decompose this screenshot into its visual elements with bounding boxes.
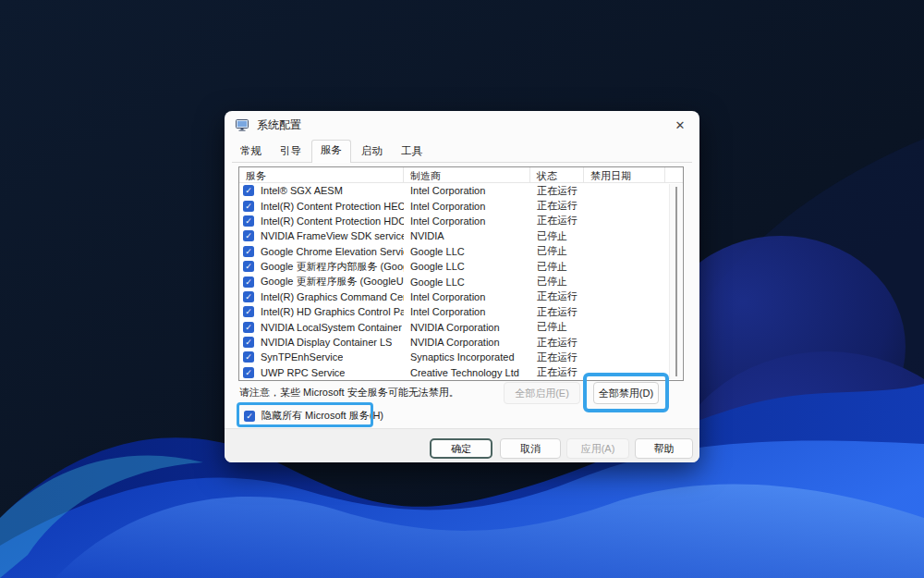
service-status: 已停止 — [530, 244, 584, 258]
service-name: Intel(R) Graphics Command Cent... — [261, 291, 404, 302]
tab-服务[interactable]: 服务 — [311, 140, 351, 163]
window-title: 系统配置 — [257, 117, 301, 133]
service-manufacturer: Google LLC — [404, 261, 530, 272]
service-status: 已停止 — [530, 275, 584, 289]
service-status: 正在运行 — [530, 350, 584, 364]
service-manufacturer: Intel Corporation — [404, 185, 530, 196]
service-row[interactable]: ✓NVIDIA FrameView SDK serviceNVIDIA已停止 — [239, 228, 683, 243]
service-checkbox[interactable]: ✓ — [243, 367, 254, 378]
service-checkbox[interactable]: ✓ — [243, 351, 254, 363]
dialog-footer: 确定 取消 应用(A) 帮助 — [225, 428, 699, 462]
service-name: Intel(R) Content Protection HDCP... — [261, 215, 404, 227]
service-name: NVIDIA FrameView SDK service — [261, 230, 404, 241]
close-icon[interactable]: ✕ — [666, 113, 694, 137]
tab-strip: 常规引导服务启动工具 — [232, 141, 692, 163]
service-name: Google 更新程序服务 (GoogleUp... — [261, 275, 404, 289]
service-status: 已停止 — [530, 260, 584, 274]
service-checkbox[interactable]: ✓ — [243, 185, 254, 196]
service-manufacturer: Intel Corporation — [404, 215, 530, 227]
service-status: 正在运行 — [530, 214, 584, 228]
service-row[interactable]: ✓SynTPEnhServiceSynaptics Incorporated正在… — [239, 350, 683, 364]
cancel-button[interactable]: 取消 — [500, 438, 561, 459]
service-row[interactable]: ✓Intel(R) Content Protection HECI ...Int… — [239, 198, 683, 213]
service-name: SynTPEnhService — [261, 351, 343, 363]
vertical-scrollbar[interactable] — [669, 184, 682, 379]
service-checkbox[interactable]: ✓ — [243, 201, 254, 212]
disable-all-button[interactable]: 全部禁用(D) — [593, 382, 659, 404]
service-row[interactable]: ✓Intel® SGX AESMIntel Corporation正在运行 — [239, 183, 683, 198]
service-manufacturer: Creative Technology Ltd — [404, 367, 530, 378]
service-status: 正在运行 — [530, 305, 584, 319]
hide-microsoft-services-checkbox[interactable]: ✓ 隐藏所有 Microsoft 服务(H) — [244, 409, 383, 423]
service-manufacturer: NVIDIA Corporation — [404, 337, 530, 348]
column-header[interactable]: 状态 — [530, 167, 584, 183]
ok-button[interactable]: 确定 — [430, 438, 492, 459]
service-manufacturer: NVIDIA — [404, 230, 530, 241]
apply-button: 应用(A) — [566, 438, 629, 459]
service-row[interactable]: ✓Google 更新程序服务 (GoogleUp...Google LLC已停止 — [239, 274, 683, 289]
service-manufacturer: Google LLC — [404, 277, 530, 288]
service-manufacturer: Synaptics Incorporated — [404, 351, 530, 363]
service-name: NVIDIA LocalSystem Container — [261, 322, 402, 333]
service-name: Google Chrome Elevation Servic... — [261, 246, 404, 257]
service-checkbox[interactable]: ✓ — [243, 337, 254, 348]
checkbox-check-icon: ✓ — [244, 411, 255, 422]
column-header[interactable]: 服务 — [239, 167, 404, 183]
service-manufacturer: Intel Corporation — [404, 306, 530, 317]
desktop: 系统配置 ✕ 常规引导服务启动工具 服务制造商状态禁用日期 ✓Intel® SG… — [0, 0, 924, 578]
service-list: 服务制造商状态禁用日期 ✓Intel® SGX AESMIntel Corpor… — [238, 166, 684, 381]
service-checkbox[interactable]: ✓ — [243, 277, 254, 288]
column-header[interactable]: 禁用日期 — [584, 167, 665, 183]
service-checkbox[interactable]: ✓ — [243, 306, 254, 317]
service-manufacturer: NVIDIA Corporation — [404, 322, 530, 333]
service-row[interactable]: ✓Google Chrome Elevation Servic...Google… — [239, 244, 683, 259]
tab-工具[interactable]: 工具 — [393, 141, 431, 162]
help-button[interactable]: 帮助 — [635, 438, 693, 459]
service-manufacturer: Intel Corporation — [404, 291, 530, 302]
service-status: 正在运行 — [530, 184, 584, 198]
service-row[interactable]: ✓UWP RPC ServiceCreative Technology Ltd正… — [239, 365, 683, 380]
service-name: NVIDIA Display Container LS — [261, 337, 392, 348]
service-manufacturer: Google LLC — [404, 246, 530, 257]
service-status: 正在运行 — [530, 199, 584, 213]
service-row[interactable]: ✓Intel(R) HD Graphics Control Pan...Inte… — [239, 304, 683, 319]
service-list-header: 服务制造商状态禁用日期 — [239, 167, 683, 183]
system-configuration-icon — [236, 119, 249, 131]
service-checkbox[interactable]: ✓ — [243, 215, 254, 227]
service-checkbox[interactable]: ✓ — [243, 246, 254, 257]
service-checkbox[interactable]: ✓ — [243, 322, 254, 333]
enable-all-button: 全部启用(E) — [504, 382, 580, 404]
tab-引导[interactable]: 引导 — [272, 141, 310, 162]
system-configuration-dialog: 系统配置 ✕ 常规引导服务启动工具 服务制造商状态禁用日期 ✓Intel® SG… — [225, 111, 699, 462]
title-bar: 系统配置 ✕ — [225, 111, 699, 139]
service-row[interactable]: ✓Intel(R) Content Protection HDCP...Inte… — [239, 214, 683, 228]
hide-microsoft-services-label: 隐藏所有 Microsoft 服务(H) — [261, 409, 383, 423]
service-name: Intel(R) HD Graphics Control Pan... — [261, 306, 404, 317]
service-name: Intel® SGX AESM — [261, 185, 343, 196]
column-header[interactable]: 制造商 — [404, 167, 530, 183]
service-row[interactable]: ✓Google 更新程序内部服务 (Googl...Google LLC已停止 — [239, 259, 683, 274]
service-status: 正在运行 — [530, 336, 584, 350]
service-row[interactable]: ✓NVIDIA LocalSystem ContainerNVIDIA Corp… — [239, 320, 683, 335]
security-note: 请注意，某些 Microsoft 安全服务可能无法禁用。 — [239, 386, 459, 400]
service-checkbox[interactable]: ✓ — [243, 261, 254, 272]
service-row[interactable]: ✓Intel(R) Graphics Command Cent...Intel … — [239, 289, 683, 304]
tab-常规[interactable]: 常规 — [232, 141, 270, 162]
service-status: 正在运行 — [530, 289, 584, 303]
service-name: Google 更新程序内部服务 (Googl... — [261, 260, 404, 274]
tab-启动[interactable]: 启动 — [353, 141, 391, 162]
scrollbar-thumb[interactable] — [675, 187, 677, 376]
service-status: 已停止 — [530, 229, 584, 243]
service-list-body: ✓Intel® SGX AESMIntel Corporation正在运行✓In… — [239, 183, 683, 380]
service-row[interactable]: ✓NVIDIA Display Container LSNVIDIA Corpo… — [239, 335, 683, 350]
service-status: 已停止 — [530, 320, 584, 334]
service-name: UWP RPC Service — [261, 367, 345, 378]
service-name: Intel(R) Content Protection HECI ... — [261, 201, 404, 212]
service-checkbox[interactable]: ✓ — [243, 230, 254, 241]
service-status: 正在运行 — [530, 365, 584, 379]
service-manufacturer: Intel Corporation — [404, 201, 530, 212]
service-checkbox[interactable]: ✓ — [243, 291, 254, 302]
